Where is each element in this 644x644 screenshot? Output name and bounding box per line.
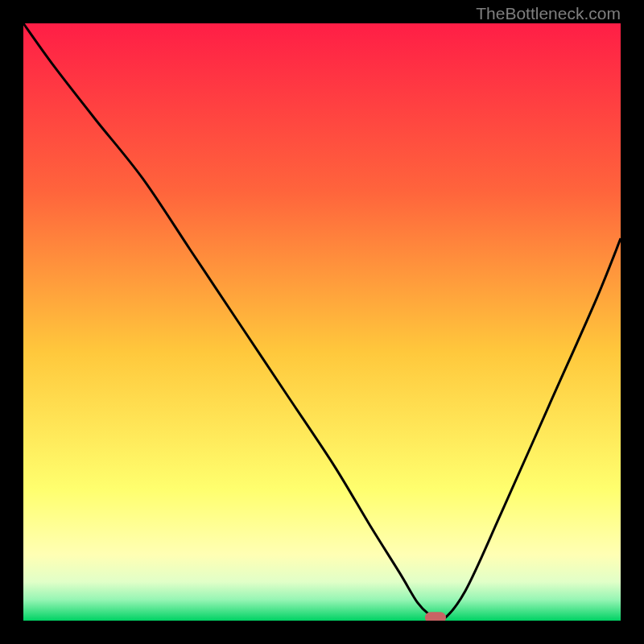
- outer-black-frame: TheBottleneck.com: [0, 0, 644, 644]
- gradient-background: [23, 23, 621, 621]
- watermark-text: TheBottleneck.com: [476, 4, 621, 23]
- plot-area: [23, 23, 621, 621]
- optimal-marker: [425, 612, 446, 621]
- chart-svg: [23, 23, 621, 621]
